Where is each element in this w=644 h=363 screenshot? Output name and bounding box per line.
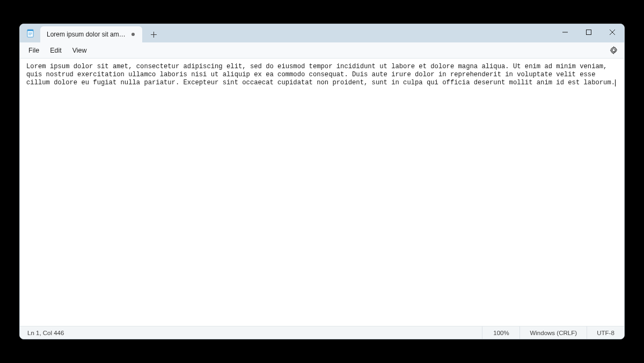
unsaved-indicator-icon: [131, 33, 135, 36]
new-tab-button[interactable]: [145, 26, 162, 42]
menu-view[interactable]: View: [67, 45, 92, 56]
status-encoding[interactable]: UTF-8: [587, 326, 624, 339]
status-zoom[interactable]: 100%: [482, 326, 519, 339]
settings-button[interactable]: [607, 44, 620, 57]
statusbar: Ln 1, Col 446 100% Windows (CRLF) UTF-8: [20, 326, 624, 339]
notepad-window: Lorem ipsum dolor sit amet, consec File …: [19, 24, 625, 339]
status-line-ending[interactable]: Windows (CRLF): [519, 326, 587, 339]
window-controls: [553, 24, 624, 42]
maximize-button[interactable]: [577, 24, 601, 40]
svg-rect-1: [27, 30, 33, 31]
editor-content: Lorem ipsum dolor sit amet, consectetur …: [26, 63, 615, 86]
text-caret: [615, 79, 616, 86]
status-right-group: 100% Windows (CRLF) UTF-8: [482, 326, 624, 339]
close-button[interactable]: [601, 24, 624, 40]
editor-area[interactable]: Lorem ipsum dolor sit amet, consectetur …: [20, 59, 624, 326]
document-tab[interactable]: Lorem ipsum dolor sit amet, consec: [40, 26, 142, 42]
titlebar: Lorem ipsum dolor sit amet, consec: [20, 24, 624, 42]
editor-text: Lorem ipsum dolor sit amet, consectetur …: [26, 63, 618, 87]
menubar: File Edit View: [20, 42, 624, 59]
menu-edit[interactable]: Edit: [45, 45, 67, 56]
notepad-app-icon: [26, 29, 35, 38]
svg-rect-5: [587, 30, 591, 35]
status-position: Ln 1, Col 446: [20, 330, 482, 336]
gear-icon: [610, 46, 618, 54]
tab-title: Lorem ipsum dolor sit amet, consec: [47, 31, 128, 38]
menu-file[interactable]: File: [23, 45, 45, 56]
minimize-button[interactable]: [553, 24, 577, 40]
